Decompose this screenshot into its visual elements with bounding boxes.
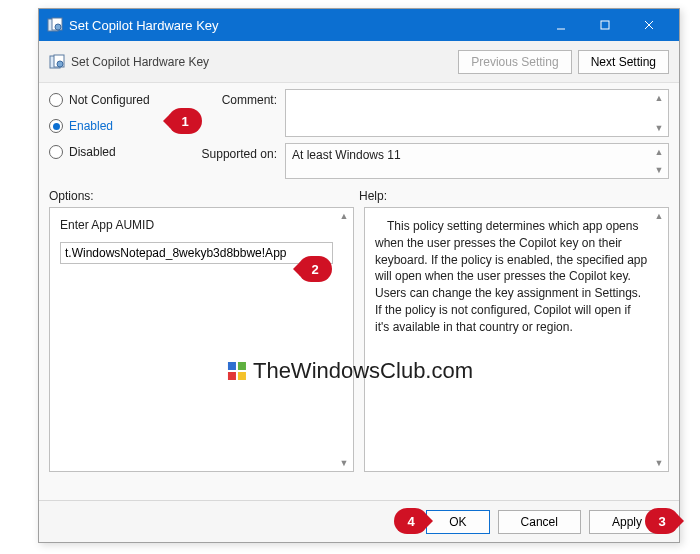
scroll-up-icon[interactable]: ▲ <box>651 209 667 223</box>
scroll-down-icon[interactable]: ▼ <box>336 456 352 470</box>
dialog-footer: OK Cancel Apply <box>39 500 679 542</box>
toolbar: Set Copilot Hardware Key Previous Settin… <box>39 41 679 83</box>
titlebar: Set Copilot Hardware Key <box>39 9 679 41</box>
radio-label: Enabled <box>69 119 113 133</box>
radio-icon <box>49 119 63 133</box>
supported-on-value: At least Windows 11 <box>286 144 668 166</box>
scroll-up-icon[interactable]: ▲ <box>651 145 667 159</box>
radio-icon <box>49 145 63 159</box>
section-labels: Options: Help: <box>39 183 679 207</box>
options-panel: ▲ ▼ Enter App AUMID <box>49 207 354 472</box>
svg-point-2 <box>55 24 61 30</box>
cancel-button[interactable]: Cancel <box>498 510 581 534</box>
svg-rect-4 <box>601 21 609 29</box>
options-label: Options: <box>49 189 359 203</box>
annotation-marker-4: 4 <box>394 508 428 534</box>
help-text: This policy setting determines which app… <box>375 218 648 336</box>
radio-label: Disabled <box>69 145 116 159</box>
aumid-label: Enter App AUMID <box>60 218 333 232</box>
upper-section: Not Configured Enabled Disabled Comment:… <box>39 83 679 183</box>
comment-textarea[interactable]: ▲ ▼ <box>285 89 669 137</box>
toolbar-title: Set Copilot Hardware Key <box>71 55 209 69</box>
supported-on-box: At least Windows 11 ▲ ▼ <box>285 143 669 179</box>
radio-disabled[interactable]: Disabled <box>49 145 181 159</box>
state-radio-group: Not Configured Enabled Disabled <box>49 89 181 179</box>
policy-icon <box>47 17 63 33</box>
fields-column: Comment: ▲ ▼ Supported on: At least Wind… <box>189 89 669 179</box>
panels-row: ▲ ▼ Enter App AUMID ▲ ▼ This policy sett… <box>39 207 679 472</box>
scroll-down-icon[interactable]: ▼ <box>651 163 667 177</box>
previous-setting-button[interactable]: Previous Setting <box>458 50 571 74</box>
help-label: Help: <box>359 189 387 203</box>
supported-label: Supported on: <box>189 143 277 179</box>
radio-icon <box>49 93 63 107</box>
radio-not-configured[interactable]: Not Configured <box>49 93 181 107</box>
annotation-marker-3: 3 <box>645 508 679 534</box>
help-panel: ▲ ▼ This policy setting determines which… <box>364 207 669 472</box>
next-setting-button[interactable]: Next Setting <box>578 50 669 74</box>
policy-icon <box>49 54 65 70</box>
scroll-up-icon[interactable]: ▲ <box>651 91 667 105</box>
annotation-marker-1: 1 <box>168 108 202 134</box>
maximize-button[interactable] <box>583 9 627 41</box>
aumid-input[interactable] <box>60 242 333 264</box>
window-title: Set Copilot Hardware Key <box>69 18 539 33</box>
comment-label: Comment: <box>189 89 277 137</box>
svg-point-9 <box>57 61 63 67</box>
close-button[interactable] <box>627 9 671 41</box>
scroll-up-icon[interactable]: ▲ <box>336 209 352 223</box>
radio-label: Not Configured <box>69 93 150 107</box>
scroll-down-icon[interactable]: ▼ <box>651 456 667 470</box>
scroll-down-icon[interactable]: ▼ <box>651 121 667 135</box>
minimize-button[interactable] <box>539 9 583 41</box>
policy-dialog: Set Copilot Hardware Key Set Copilot Har… <box>38 8 680 543</box>
annotation-marker-2: 2 <box>298 256 332 282</box>
